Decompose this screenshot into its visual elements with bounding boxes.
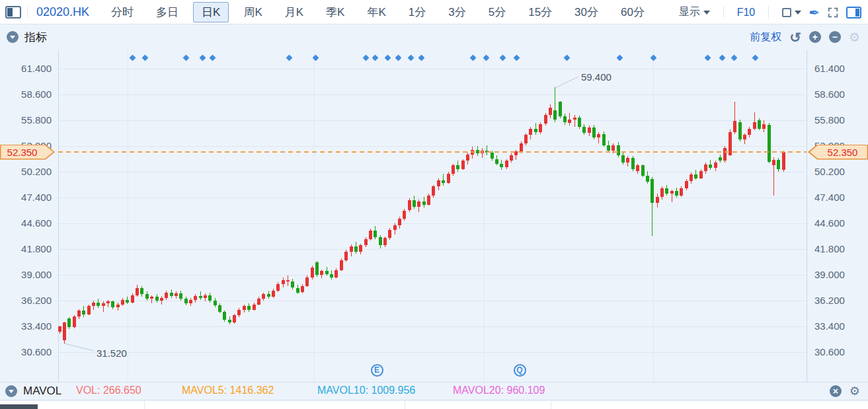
- candle-body: [315, 262, 319, 276]
- candle-body: [777, 160, 780, 169]
- candle-body: [262, 294, 265, 299]
- candle-body: [631, 158, 635, 169]
- candle-body: [388, 230, 391, 239]
- event-diamond-icon[interactable]: [563, 54, 570, 61]
- tab-5分[interactable]: 5分: [481, 3, 514, 22]
- forward-adjust-link[interactable]: 前复权: [750, 30, 781, 44]
- y-axis-label-left: 44.600: [0, 217, 52, 229]
- candle-body: [160, 298, 163, 301]
- event-diamond-icon[interactable]: [395, 54, 401, 61]
- tab-3分[interactable]: 3分: [440, 3, 473, 22]
- f10-button[interactable]: F10: [737, 7, 756, 19]
- close-indicator-icon[interactable]: ×: [830, 385, 842, 397]
- candle-body: [121, 300, 124, 305]
- candle-body: [194, 296, 197, 300]
- event-diamond-icon[interactable]: [704, 54, 711, 61]
- zoom-out-icon[interactable]: −: [829, 31, 841, 43]
- candle-body: [286, 280, 290, 281]
- fullscreen-icon[interactable]: [827, 7, 839, 19]
- candle-body: [743, 135, 746, 139]
- tab-年K[interactable]: 年K: [359, 3, 393, 22]
- candle-body: [768, 125, 771, 162]
- zoom-in-icon[interactable]: +: [809, 31, 821, 43]
- candle-body: [573, 118, 576, 120]
- candle-body: [291, 281, 294, 288]
- event-diamond-icon[interactable]: [384, 54, 391, 61]
- event-diamond-icon[interactable]: [199, 54, 206, 61]
- event-diamond-icon[interactable]: [209, 54, 216, 61]
- event-diamond-icon[interactable]: [650, 54, 656, 61]
- tab-分时[interactable]: 分时: [103, 3, 141, 22]
- event-marker-Q[interactable]: Q: [514, 364, 526, 377]
- event-diamond-icon[interactable]: [129, 54, 136, 61]
- volume-pane-dark-bar: [0, 404, 38, 409]
- candle-body: [578, 118, 581, 127]
- candle-body: [359, 245, 362, 252]
- event-diamond-icon[interactable]: [312, 54, 319, 61]
- candle-body: [189, 300, 192, 304]
- event-diamond-icon[interactable]: [752, 54, 758, 61]
- current-price-badge-right: 52.350: [808, 145, 868, 160]
- draw-brush-icon[interactable]: ✒: [809, 6, 820, 19]
- event-diamond-icon[interactable]: [372, 54, 378, 61]
- candle-body: [106, 301, 110, 303]
- undo-icon[interactable]: ↺: [789, 30, 801, 44]
- tab-30分[interactable]: 30分: [567, 3, 606, 22]
- gridline-h: [58, 352, 807, 353]
- candle-body: [140, 288, 143, 295]
- event-diamond-icon[interactable]: [616, 54, 623, 61]
- mavol-settings-gear-icon[interactable]: ⚙: [849, 385, 860, 397]
- display-dropdown[interactable]: 显示: [679, 5, 710, 19]
- divider: [723, 6, 724, 19]
- candle-body: [651, 179, 654, 203]
- tab-日K[interactable]: 日K: [193, 2, 229, 22]
- event-diamond-icon[interactable]: [362, 54, 369, 61]
- y-axis-label-left: 39.000: [0, 269, 52, 280]
- event-diamond-icon[interactable]: [469, 54, 476, 61]
- candle-body: [393, 225, 397, 230]
- tab-多日[interactable]: 多日: [148, 3, 186, 22]
- candle-body: [461, 161, 465, 169]
- tab-季K[interactable]: 季K: [318, 3, 352, 22]
- event-diamond-icon[interactable]: [418, 54, 424, 61]
- candle-body: [621, 155, 625, 163]
- tab-月K[interactable]: 月K: [277, 3, 311, 22]
- candle-body: [184, 299, 188, 303]
- collapse-indicator-icon[interactable]: [7, 31, 19, 43]
- candle-body: [73, 316, 76, 328]
- event-diamond-icon[interactable]: [407, 54, 414, 61]
- indicator-title: 指标: [24, 30, 47, 45]
- candle-body: [723, 148, 727, 161]
- event-diamond-icon[interactable]: [499, 54, 506, 61]
- event-diamond-icon[interactable]: [719, 54, 725, 61]
- event-diamond-icon[interactable]: [141, 54, 148, 61]
- tab-1分[interactable]: 1分: [401, 3, 434, 22]
- settings-gear-icon[interactable]: ⚙: [849, 31, 860, 44]
- gridline-v: [144, 401, 145, 409]
- y-axis-label-right: 30.600: [814, 346, 845, 357]
- y-axis-label-right: 50.200: [814, 166, 845, 177]
- event-diamond-icon[interactable]: [182, 54, 189, 61]
- y-axis-label-right: 33.400: [814, 320, 845, 332]
- candle-body: [102, 303, 105, 306]
- event-diamond-icon[interactable]: [513, 54, 520, 61]
- event-marker-E[interactable]: E: [371, 364, 383, 377]
- overlay-dropdown[interactable]: [782, 8, 801, 17]
- tab-周K[interactable]: 周K: [235, 3, 270, 22]
- side-panel-toggle-icon[interactable]: [846, 7, 861, 19]
- event-diamond-icon[interactable]: [730, 54, 737, 61]
- y-axis-label-right: 36.200: [814, 295, 845, 306]
- candle-body: [456, 165, 459, 169]
- candle-body: [636, 165, 639, 170]
- candle-body: [510, 155, 513, 161]
- candle-body: [253, 305, 256, 310]
- collapse-mavol-icon[interactable]: [5, 385, 17, 397]
- candle-body: [714, 163, 717, 168]
- tab-15分[interactable]: 15分: [520, 3, 560, 22]
- window-layout-icon[interactable]: [5, 6, 21, 19]
- gridline-v: [484, 50, 485, 382]
- candle-body: [432, 186, 435, 196]
- tab-60分[interactable]: 60分: [613, 3, 652, 22]
- event-diamond-icon[interactable]: [286, 54, 292, 61]
- candle-body: [247, 306, 251, 310]
